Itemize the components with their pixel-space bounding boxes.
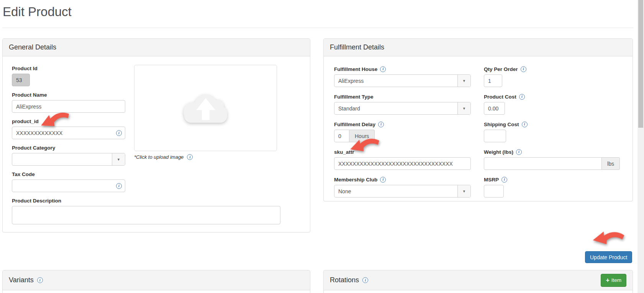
shipping-cost-input[interactable]	[484, 130, 506, 142]
info-icon[interactable]: i	[521, 66, 526, 72]
product-category-value	[12, 153, 112, 165]
vendor-product-id-input[interactable]	[12, 127, 125, 139]
add-item-button[interactable]: + Item	[601, 274, 626, 287]
fulfillment-details-panel: Fulfillment Details Fulfillment House i …	[323, 38, 633, 201]
weight-label: Weight (lbs)	[484, 149, 513, 155]
info-icon[interactable]: i	[516, 149, 522, 155]
info-icon[interactable]: i	[37, 277, 43, 283]
fulfillment-details-title: Fulfillment Details	[330, 43, 384, 51]
product-name-input[interactable]	[12, 100, 125, 113]
fulfillment-delay-group: Fulfillment Delay i Hours	[334, 121, 471, 142]
general-details-header: General Details	[3, 39, 310, 56]
update-product-button[interactable]: Update Product	[585, 251, 632, 263]
tax-code-label: Tax Code	[12, 171, 35, 177]
sku-attr-label: sku_attr	[334, 149, 354, 155]
tax-code-input[interactable]	[12, 179, 125, 192]
membership-club-group: Membership Club i None ▼	[334, 176, 471, 198]
fulfillment-type-value: Standard	[334, 102, 457, 114]
product-cost-input[interactable]	[484, 102, 505, 115]
shipping-cost-label: Shipping Cost	[484, 122, 519, 127]
info-icon[interactable]: i	[362, 277, 368, 283]
rotations-title: Rotations	[330, 276, 359, 284]
annotation-arrow-update-product	[591, 223, 627, 250]
product-description-textarea[interactable]	[12, 206, 280, 224]
product-id-label: Product Id	[12, 66, 38, 71]
rotations-panel: Rotations i + Item	[323, 270, 633, 293]
product-category-label: Product Category	[12, 145, 55, 151]
weight-group: Weight (lbs) i lbs	[484, 148, 623, 170]
scrollbar-thumb[interactable]	[638, 0, 643, 128]
fulfillment-house-label: Fulfillment House	[334, 66, 377, 72]
sku-attr-input[interactable]	[334, 157, 471, 170]
chevron-down-icon: ▼	[457, 75, 470, 87]
general-details-panel: General Details Product Id Product Name …	[2, 38, 310, 232]
vendor-product-id-label: product_id	[12, 119, 39, 124]
product-cost-group: Product Cost i	[484, 93, 623, 115]
vendor-product-id-group: product_id i	[12, 118, 125, 139]
variants-title: Variants	[9, 276, 34, 284]
chevron-down-icon: ▼	[112, 153, 125, 165]
msrp-label: MSRP	[484, 177, 499, 183]
upload-caption: *Click to upload image	[134, 154, 184, 160]
qty-per-order-input[interactable]	[484, 74, 502, 87]
edit-product-page: Edit Product General Details Product Id …	[0, 0, 644, 293]
qty-per-order-group: Qty Per Order i	[484, 66, 623, 87]
fulfillment-type-group: Fulfillment Type Standard ▼	[334, 93, 471, 115]
info-icon[interactable]: i	[501, 177, 507, 183]
info-icon[interactable]: i	[378, 122, 384, 127]
shipping-cost-group: Shipping Cost i	[484, 121, 623, 142]
fulfillment-type-select[interactable]: Standard ▼	[334, 102, 471, 115]
fulfillment-delay-input[interactable]	[334, 130, 349, 142]
fulfillment-delay-unit: Hours	[349, 130, 375, 142]
product-name-group: Product Name	[12, 91, 125, 113]
product-id-group: Product Id	[12, 65, 125, 86]
product-category-select[interactable]: ▼	[12, 153, 125, 166]
membership-club-select[interactable]: None ▼	[334, 185, 471, 198]
product-description-label: Product Description	[12, 198, 61, 204]
image-upload-dropzone[interactable]	[134, 65, 277, 151]
variants-header: Variants i	[3, 270, 310, 290]
fulfillment-house-group: Fulfillment House i AliExpress ▼	[334, 66, 471, 87]
info-icon[interactable]: i	[116, 130, 122, 136]
weight-unit: lbs	[602, 157, 620, 170]
info-icon[interactable]: i	[116, 183, 122, 189]
title-divider	[2, 28, 634, 28]
product-category-group: Product Category ▼	[12, 144, 125, 166]
scrollbar-track[interactable]	[637, 0, 644, 293]
product-name-label: Product Name	[12, 92, 47, 98]
cloud-upload-icon	[179, 89, 233, 127]
page-title: Edit Product	[3, 5, 72, 19]
tax-code-group: Tax Code i	[12, 171, 125, 192]
fulfillment-house-select[interactable]: AliExpress ▼	[334, 74, 471, 87]
product-description-group: Product Description	[12, 197, 277, 224]
info-icon[interactable]: i	[519, 94, 525, 100]
membership-club-value: None	[334, 185, 457, 197]
sku-attr-group: sku_attr	[334, 148, 471, 170]
chevron-down-icon: ▼	[457, 102, 470, 114]
plus-icon: +	[606, 277, 609, 283]
weight-input[interactable]	[484, 157, 602, 170]
fulfillment-delay-label: Fulfillment Delay	[334, 122, 375, 127]
info-icon[interactable]: i	[522, 122, 528, 127]
fulfillment-details-header: Fulfillment Details	[324, 39, 633, 56]
general-details-title: General Details	[9, 43, 56, 51]
rotations-header: Rotations i + Item	[324, 270, 633, 290]
msrp-group: MSRP i	[484, 176, 623, 198]
product-id-input	[12, 74, 30, 86]
variants-panel: Variants i	[2, 270, 310, 293]
info-icon[interactable]: i	[187, 154, 193, 160]
fulfillment-house-value: AliExpress	[334, 75, 457, 87]
membership-club-label: Membership Club	[334, 177, 377, 183]
info-icon[interactable]: i	[380, 66, 386, 72]
fulfillment-type-label: Fulfillment Type	[334, 94, 374, 100]
chevron-down-icon: ▼	[457, 185, 470, 197]
qty-per-order-label: Qty Per Order	[484, 66, 518, 72]
product-cost-label: Product Cost	[484, 94, 516, 100]
add-item-label: Item	[611, 277, 621, 283]
msrp-input[interactable]	[484, 185, 504, 198]
info-icon[interactable]: i	[380, 177, 386, 183]
